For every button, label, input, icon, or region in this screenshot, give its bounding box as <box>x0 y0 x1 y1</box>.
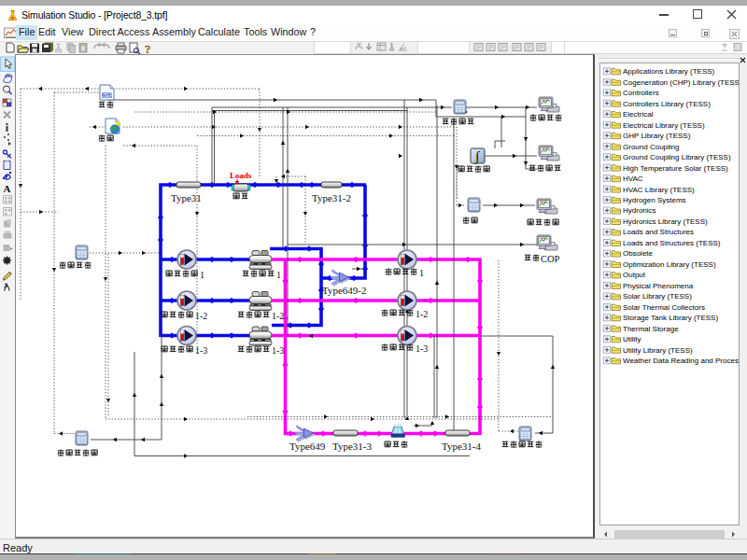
svg-text:Hydrogen Systems: Hydrogen Systems <box>623 196 686 204</box>
svg-text:Hydronics Library (TESS): Hydronics Library (TESS) <box>623 217 708 226</box>
svg-text:A: A <box>4 183 11 194</box>
svg-text:1-3: 1-3 <box>195 345 207 356</box>
svg-text:Type31-2: Type31-2 <box>312 192 351 203</box>
svg-text:Storage Tank Library (TESS): Storage Tank Library (TESS) <box>623 314 718 322</box>
svg-text:Controllers: Controllers <box>623 89 659 97</box>
svg-text:1: 1 <box>200 270 204 280</box>
svg-text:?: ? <box>145 42 151 54</box>
svg-text:Weather Data Reading and Proce: Weather Data Reading and Process <box>623 357 740 365</box>
svg-text:Obsolete: Obsolete <box>623 249 654 258</box>
svg-text:Loads: Loads <box>230 171 252 180</box>
svg-text:1: 1 <box>419 268 424 278</box>
svg-text:Output: Output <box>623 271 646 279</box>
svg-text:GHP Library (TESS): GHP Library (TESS) <box>623 132 691 140</box>
svg-text:HVAC Library (TESS): HVAC Library (TESS) <box>623 186 695 194</box>
svg-text:Hydronics: Hydronics <box>623 206 656 215</box>
svg-text:1-2: 1-2 <box>272 311 284 321</box>
svg-text:Optimization Library (TESS): Optimization Library (TESS) <box>623 260 716 269</box>
svg-text:Type31: Type31 <box>171 192 202 203</box>
svg-text:1-2: 1-2 <box>416 309 428 319</box>
svg-text:1: 1 <box>276 270 281 280</box>
svg-text:Type649: Type649 <box>289 441 326 452</box>
svg-text:Physical Phenomena: Physical Phenomena <box>623 282 694 290</box>
svg-text:Electrical Library (TESS): Electrical Library (TESS) <box>623 121 705 130</box>
svg-text:Type31-3: Type31-3 <box>332 441 372 452</box>
svg-text:1-2: 1-2 <box>195 311 207 321</box>
svg-text:HVAC: HVAC <box>623 175 643 183</box>
svg-text:Utility: Utility <box>623 335 641 343</box>
svg-text:Controllers Library (TESS): Controllers Library (TESS) <box>623 100 711 108</box>
svg-text:Solar Thermal Collectors: Solar Thermal Collectors <box>623 303 705 312</box>
svg-text:Loads and Structures: Loads and Structures <box>623 228 694 236</box>
svg-text:Electrical: Electrical <box>623 110 654 119</box>
svg-text:High Temperature Solar (TESS): High Temperature Solar (TESS) <box>623 164 728 173</box>
svg-text:1-3: 1-3 <box>272 345 284 356</box>
svg-text:Loads and Structures (TESS): Loads and Structures (TESS) <box>623 239 721 247</box>
svg-text:Ground Coupling: Ground Coupling <box>623 143 679 151</box>
svg-text:Ground Coupling Library (TESS): Ground Coupling Library (TESS) <box>623 153 731 161</box>
svg-text:Solar Library (TESS): Solar Library (TESS) <box>623 292 692 301</box>
svg-text:Thermal Storage: Thermal Storage <box>623 325 679 333</box>
svg-text:1-3: 1-3 <box>416 343 428 354</box>
svg-text:Type649-2: Type649-2 <box>322 285 367 296</box>
svg-text:Type31-4: Type31-4 <box>442 441 481 452</box>
svg-text:Utility Library (TESS): Utility Library (TESS) <box>623 346 693 355</box>
svg-text:USER: USER <box>101 93 113 98</box>
svg-text:COP: COP <box>541 254 560 264</box>
svg-text:Applications Library (TESS): Applications Library (TESS) <box>623 67 715 76</box>
svg-text:Cogeneration (CHP) Library (TE: Cogeneration (CHP) Library (TESS) <box>623 78 740 87</box>
